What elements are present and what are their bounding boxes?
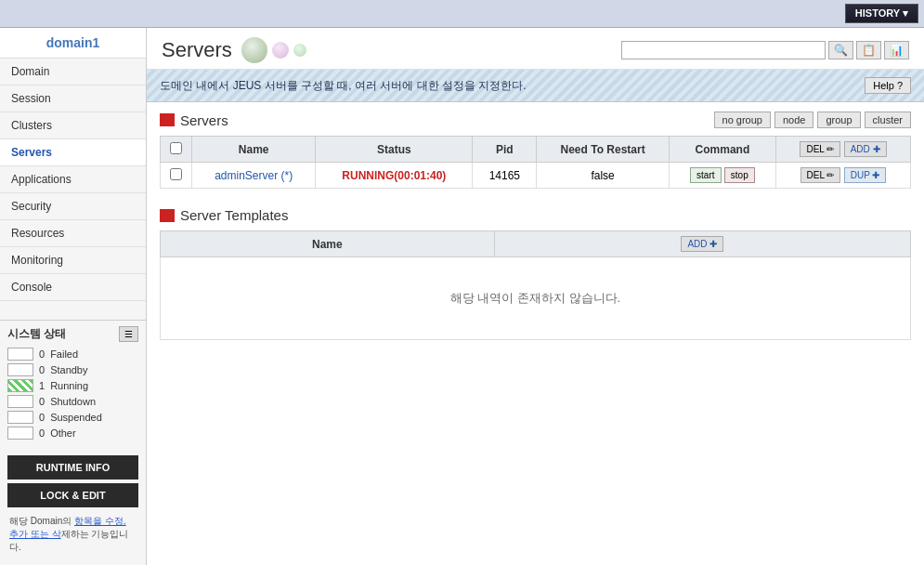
status-label-running: Running bbox=[50, 380, 88, 391]
sidebar-domain-title[interactable]: domain1 bbox=[0, 28, 146, 59]
servers-title-bar: Servers no group node group cluster bbox=[160, 112, 911, 128]
status-label-failed: Failed bbox=[50, 348, 78, 360]
status-count-failed: 0 bbox=[39, 348, 45, 360]
export-button[interactable]: 📋 bbox=[856, 41, 881, 59]
templates-add-button[interactable]: ADD ✚ bbox=[681, 236, 723, 252]
templates-section-title: Server Templates bbox=[160, 207, 288, 223]
status-box-suspended bbox=[7, 411, 33, 424]
status-count-running: 1 bbox=[39, 380, 45, 391]
circle-2 bbox=[272, 42, 289, 59]
status-item-other: 0Other bbox=[7, 427, 138, 440]
node-button[interactable]: node bbox=[774, 112, 813, 128]
server-need-restart: false bbox=[537, 163, 669, 189]
history-button[interactable]: HISTORY ▾ bbox=[845, 4, 918, 23]
sidebar-item-session[interactable]: Session bbox=[0, 85, 146, 112]
sys-status-icon[interactable]: ☰ bbox=[119, 326, 138, 342]
sidebar-item-servers[interactable]: Servers bbox=[0, 139, 146, 166]
status-item-running: 1Running bbox=[7, 379, 138, 392]
sidebar-item-console[interactable]: Console bbox=[0, 274, 146, 301]
sys-status-title: 시스템 상태 bbox=[7, 326, 66, 342]
status-label-standby: Standby bbox=[50, 364, 87, 375]
status-count-standby: 0 bbox=[39, 364, 45, 375]
select-all-checkbox[interactable] bbox=[170, 142, 182, 154]
info-banner: 도메인 내에서 JEUS 서버를 구성할 때, 여러 서버에 대한 설정을 지정… bbox=[147, 70, 924, 102]
status-count-shutdown: 0 bbox=[39, 396, 45, 407]
content-area: Servers 🔍 📋 📊 도메인 내에서 JEUS 서버를 구성할 때, 여러… bbox=[147, 28, 924, 565]
status-label-other: Other bbox=[50, 427, 76, 439]
servers-table: Name Status Pid Need To Restart Command … bbox=[160, 136, 911, 189]
status-box-other bbox=[7, 427, 33, 440]
row-dup-button[interactable]: DUP ✚ bbox=[844, 167, 887, 183]
circle-3 bbox=[293, 44, 306, 57]
status-count-other: 0 bbox=[39, 427, 45, 439]
page-header: Servers 🔍 📋 📊 bbox=[147, 28, 924, 70]
circle-1 bbox=[241, 37, 267, 63]
search-input[interactable] bbox=[621, 41, 826, 59]
col-need-restart-header: Need To Restart bbox=[537, 137, 669, 163]
sidebar: domain1 DomainSessionClustersServersAppl… bbox=[0, 28, 147, 565]
sidebar-item-monitoring[interactable]: Monitoring bbox=[0, 247, 146, 274]
server-command: start stop bbox=[669, 163, 775, 189]
templates-tbody: 해당 내역이 존재하지 않습니다. bbox=[161, 257, 911, 340]
templates-header-row: Name ADD ✚ bbox=[161, 231, 911, 257]
sidebar-item-resources[interactable]: Resources bbox=[0, 220, 146, 247]
server-name[interactable]: adminServer (*) bbox=[192, 163, 316, 189]
servers-table-body: adminServer (*) RUNNING(00:01:40) 14165 … bbox=[161, 163, 911, 189]
server-pid: 14165 bbox=[473, 163, 537, 189]
page-title: Servers bbox=[162, 38, 232, 62]
templates-title-text: Server Templates bbox=[180, 207, 288, 223]
status-count-suspended: 0 bbox=[39, 412, 45, 423]
templates-table: Name ADD ✚ 해당 내역이 존재하지 않습니다. bbox=[160, 230, 911, 340]
server-status: RUNNING(00:01:40) bbox=[316, 163, 473, 189]
runtime-info-button[interactable]: RUNTIME INFO bbox=[7, 455, 138, 480]
status-box-shutdown bbox=[7, 395, 33, 408]
header-decoration bbox=[241, 37, 306, 63]
row-del-button[interactable]: DEL ✏ bbox=[800, 167, 841, 183]
group-button[interactable]: group bbox=[817, 112, 860, 128]
top-bar: HISTORY ▾ bbox=[0, 0, 924, 28]
sidebar-item-domain[interactable]: Domain bbox=[0, 59, 146, 85]
no-group-button[interactable]: no group bbox=[714, 112, 771, 128]
sidebar-description: 해당 Domain의 항목을 수정, 추가 또는 삭제하는 기능입니다. bbox=[7, 511, 138, 558]
servers-group-actions: no group node group cluster bbox=[714, 112, 911, 128]
servers-add-button[interactable]: ADD ✚ bbox=[844, 141, 887, 157]
status-label-shutdown: Shutdown bbox=[50, 396, 96, 407]
servers-table-header-row: Name Status Pid Need To Restart Command … bbox=[161, 137, 911, 163]
table-row: adminServer (*) RUNNING(00:01:40) 14165 … bbox=[161, 163, 911, 189]
info-text: 도메인 내에서 JEUS 서버를 구성할 때, 여러 서버에 대한 설정을 지정… bbox=[160, 78, 527, 94]
sidebar-item-security[interactable]: Security bbox=[0, 193, 146, 220]
col-status-header: Status bbox=[316, 137, 473, 163]
templates-empty-row: 해당 내역이 존재하지 않습니다. bbox=[161, 257, 911, 340]
system-status-section: 시스템 상태 ☰ 0Failed0Standby1Running0Shutdow… bbox=[0, 320, 146, 448]
status-item-standby: 0Standby bbox=[7, 363, 138, 376]
templates-col-name: Name bbox=[161, 231, 495, 257]
stop-button[interactable]: stop bbox=[724, 167, 755, 183]
start-button[interactable]: start bbox=[690, 167, 721, 183]
col-name-header: Name bbox=[192, 137, 316, 163]
sidebar-item-clusters[interactable]: Clusters bbox=[0, 112, 146, 139]
status-box-standby bbox=[7, 363, 33, 376]
servers-section: Servers no group node group cluster Name… bbox=[147, 102, 924, 198]
help-button[interactable]: Help ? bbox=[865, 77, 911, 94]
status-box-running bbox=[7, 379, 33, 392]
chart-button[interactable]: 📊 bbox=[884, 41, 909, 59]
templates-empty-message: 해당 내역이 존재하지 않습니다. bbox=[170, 262, 901, 335]
servers-section-title: Servers bbox=[160, 112, 228, 128]
servers-del-button[interactable]: DEL ✏ bbox=[800, 141, 840, 157]
servers-title-text: Servers bbox=[180, 112, 228, 128]
status-item-failed: 0Failed bbox=[7, 348, 138, 361]
row-checkbox[interactable] bbox=[170, 168, 182, 180]
col-command-header: Command bbox=[669, 137, 775, 163]
templates-flag-icon bbox=[160, 209, 175, 222]
main-layout: domain1 DomainSessionClustersServersAppl… bbox=[0, 28, 924, 565]
cluster-button[interactable]: cluster bbox=[865, 112, 911, 128]
status-item-shutdown: 0Shutdown bbox=[7, 395, 138, 408]
sidebar-item-applications[interactable]: Applications bbox=[0, 166, 146, 193]
sidebar-bottom: RUNTIME INFO LOCK & EDIT 해당 Domain의 항목을 … bbox=[0, 448, 146, 565]
templates-title-bar: Server Templates bbox=[160, 207, 911, 223]
server-row-actions: DEL ✏ DUP ✚ bbox=[776, 163, 911, 189]
lock-edit-button[interactable]: LOCK & EDIT bbox=[7, 483, 138, 507]
sidebar-desc-link[interactable]: 항목을 수정, 추가 또는 삭 bbox=[9, 516, 126, 539]
search-button[interactable]: 🔍 bbox=[828, 41, 853, 59]
status-box-failed bbox=[7, 348, 33, 361]
